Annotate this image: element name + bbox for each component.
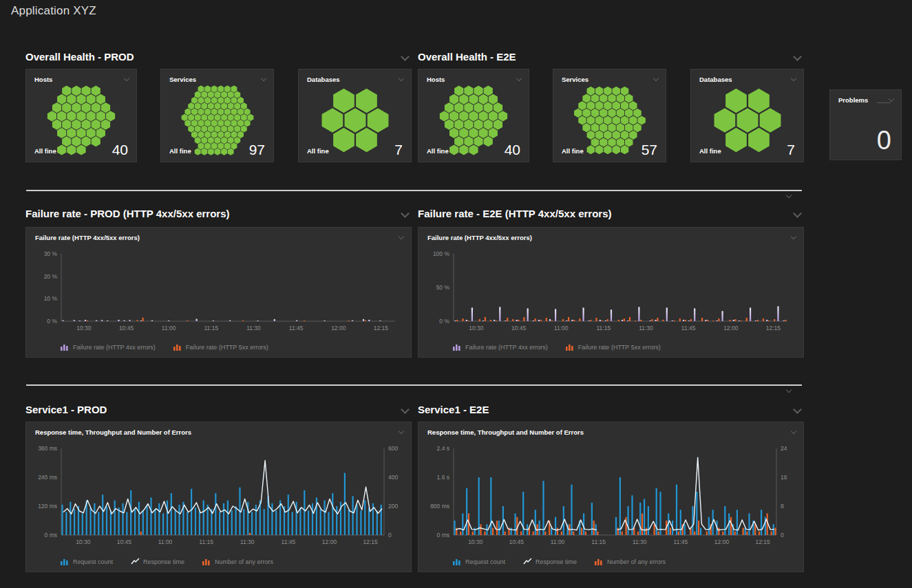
chevron-down-icon[interactable] bbox=[516, 76, 522, 81]
svg-text:16: 16 bbox=[781, 474, 787, 481]
legend-label: Failure rate (HTTP 4xx errors) bbox=[465, 344, 548, 351]
svg-text:12:15: 12:15 bbox=[766, 325, 781, 331]
svg-text:12:15: 12:15 bbox=[363, 538, 378, 545]
page-title: Application XYZ bbox=[11, 4, 96, 18]
legend-item[interactable]: Number of any errors bbox=[202, 558, 273, 565]
status-label: All fine bbox=[427, 147, 449, 155]
svg-text:12:00: 12:00 bbox=[714, 538, 730, 545]
chart-service-prod[interactable]: Response time, Throughput and Number of … bbox=[25, 422, 412, 572]
chart-failure-e2e[interactable]: Failure rate (HTTP 4xx/5xx errors) 100 %… bbox=[418, 227, 804, 358]
tile-title: Services bbox=[169, 76, 196, 83]
legend-item[interactable]: Response time bbox=[523, 558, 577, 565]
svg-text:10 %: 10 % bbox=[44, 295, 58, 302]
tile-services-prod[interactable]: Services All fine 97 bbox=[160, 69, 274, 162]
svg-text:11:00: 11:00 bbox=[554, 325, 569, 331]
tile-databases-e2e[interactable]: Databases All fine 7 bbox=[690, 69, 804, 162]
tile-title: Services bbox=[562, 76, 588, 83]
legend-item[interactable]: Failure rate (HTTP 5xx errors) bbox=[566, 343, 661, 351]
chevron-down-icon[interactable] bbox=[401, 209, 410, 218]
chart-legend: Failure rate (HTTP 4xx errors)Failure ra… bbox=[453, 343, 661, 351]
chart-title: Failure rate (HTTP 4xx/5xx errors) bbox=[35, 234, 140, 241]
chevron-down-icon[interactable] bbox=[793, 405, 802, 414]
chevron-down-icon[interactable] bbox=[124, 76, 129, 81]
svg-text:24: 24 bbox=[781, 445, 787, 452]
chevron-down-icon[interactable] bbox=[791, 234, 796, 239]
section-title-failure-e2e: Failure rate - E2E (HTTP 4xx/5xx errors) bbox=[418, 208, 612, 219]
chevron-down-icon[interactable] bbox=[793, 209, 802, 218]
svg-text:11:45: 11:45 bbox=[681, 325, 696, 331]
svg-text:0 %: 0 % bbox=[47, 318, 57, 325]
tile-title: Databases bbox=[699, 76, 732, 83]
legend-label: Response time bbox=[535, 558, 577, 565]
svg-text:12:15: 12:15 bbox=[374, 325, 389, 331]
chevron-down-icon[interactable] bbox=[399, 76, 404, 81]
legend-item[interactable]: Number of any errors bbox=[595, 558, 666, 565]
entity-count: 7 bbox=[394, 142, 403, 158]
legend-label: Request count bbox=[73, 558, 113, 565]
svg-text:11:00: 11:00 bbox=[162, 325, 176, 331]
tile-title: Problems bbox=[838, 96, 868, 104]
svg-text:2.4 s: 2.4 s bbox=[437, 445, 449, 452]
failure-rate-chart: 30 %20 %10 %0 %10:3010:4511:0011:1511:30… bbox=[26, 247, 412, 338]
chart-failure-prod[interactable]: Failure rate (HTTP 4xx/5xx errors) 30 %2… bbox=[25, 227, 412, 358]
legend-item[interactable]: Failure rate (HTTP 4xx errors) bbox=[61, 343, 156, 351]
chart-title: Response time, Throughput and Number of … bbox=[35, 428, 191, 436]
legend-item[interactable]: Failure rate (HTTP 5xx errors) bbox=[173, 343, 268, 351]
tile-problems[interactable]: Problems 0 bbox=[829, 89, 902, 160]
tile-title: Hosts bbox=[427, 76, 445, 83]
svg-text:11:30: 11:30 bbox=[639, 325, 653, 331]
chevron-down-icon[interactable] bbox=[791, 76, 796, 81]
status-label: All fine bbox=[34, 147, 56, 155]
section-divider bbox=[26, 190, 802, 191]
section-collapse-chevron[interactable] bbox=[786, 193, 792, 198]
chart-title: Response time, Throughput and Number of … bbox=[427, 428, 584, 436]
svg-text:11:45: 11:45 bbox=[289, 325, 304, 331]
legend-item[interactable]: Response time bbox=[131, 558, 184, 565]
legend-label: Request count bbox=[465, 558, 505, 565]
svg-text:240 ms: 240 ms bbox=[38, 474, 57, 481]
bar-series-icon bbox=[453, 343, 462, 351]
chevron-down-icon[interactable] bbox=[261, 76, 266, 81]
tile-databases-prod[interactable]: Databases All fine 7 bbox=[298, 69, 412, 162]
chevron-down-icon[interactable] bbox=[401, 405, 410, 414]
svg-text:11:15: 11:15 bbox=[199, 538, 213, 545]
section-title-overall-e2e: Overall Health - E2E bbox=[418, 51, 516, 63]
tile-title: Databases bbox=[307, 76, 340, 83]
svg-text:200: 200 bbox=[388, 503, 398, 510]
chevron-down-icon[interactable] bbox=[653, 76, 659, 81]
chevron-down-icon[interactable] bbox=[399, 428, 404, 434]
chevron-down-icon[interactable] bbox=[889, 96, 894, 102]
legend-label: Failure rate (HTTP 5xx errors) bbox=[578, 344, 661, 351]
legend-item[interactable]: Request count bbox=[453, 558, 505, 565]
svg-text:11:15: 11:15 bbox=[597, 325, 611, 331]
svg-text:11:15: 11:15 bbox=[591, 538, 606, 545]
chart-legend: Request countResponse timeNumber of any … bbox=[61, 558, 273, 565]
tile-services-e2e[interactable]: Services All fine 57 bbox=[553, 69, 666, 162]
legend-label: Failure rate (HTTP 4xx errors) bbox=[73, 344, 156, 351]
svg-text:11:30: 11:30 bbox=[240, 538, 255, 545]
svg-text:30 %: 30 % bbox=[44, 250, 58, 257]
entity-count: 97 bbox=[249, 142, 265, 158]
svg-text:360 ms: 360 ms bbox=[38, 445, 57, 452]
legend-item[interactable]: Failure rate (HTTP 4xx errors) bbox=[453, 343, 548, 351]
chart-legend: Failure rate (HTTP 4xx errors)Failure ra… bbox=[61, 343, 268, 351]
chevron-down-icon[interactable] bbox=[401, 52, 410, 61]
section-collapse-chevron[interactable] bbox=[786, 387, 792, 393]
section-title-overall-prod: Overall Health - PROD bbox=[25, 51, 134, 63]
svg-text:10:30: 10:30 bbox=[468, 538, 483, 545]
tile-hosts-prod[interactable]: Hosts All fine 40 bbox=[25, 69, 137, 162]
section-divider bbox=[26, 384, 802, 386]
chevron-down-icon[interactable] bbox=[791, 428, 796, 434]
legend-item[interactable]: Request count bbox=[61, 558, 113, 565]
section-title-failure-prod: Failure rate - PROD (HTTP 4xx/5xx errors… bbox=[25, 208, 230, 219]
chevron-down-icon[interactable] bbox=[399, 234, 404, 239]
bar-series-icon bbox=[202, 558, 211, 565]
chevron-down-icon[interactable] bbox=[793, 52, 802, 61]
line-series-icon bbox=[131, 558, 140, 565]
chart-service-e2e[interactable]: Response time, Throughput and Number of … bbox=[418, 422, 804, 572]
filter-dash bbox=[877, 102, 891, 103]
bar-series-icon bbox=[566, 343, 575, 351]
tile-hosts-e2e[interactable]: Hosts All fine 40 bbox=[418, 69, 529, 162]
service-metrics-chart: 2.4 s1.6 s800 ms0 ms24168010:3010:4511:0… bbox=[418, 442, 805, 552]
svg-text:400: 400 bbox=[388, 474, 398, 481]
